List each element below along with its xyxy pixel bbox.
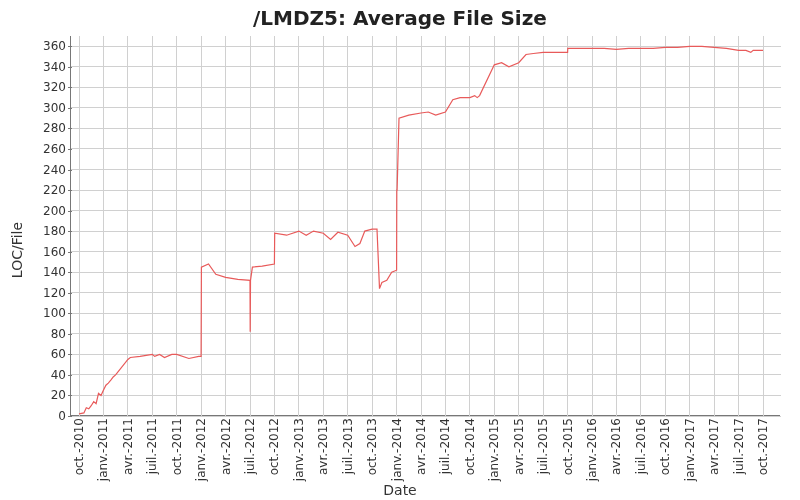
x-tick: juil.-2015 xyxy=(536,418,550,474)
x-tick: juil.-2014 xyxy=(438,418,452,474)
x-tick: janv.-2011 xyxy=(96,418,110,481)
y-tick: 300 xyxy=(26,101,66,115)
y-tick: 280 xyxy=(26,121,66,135)
x-tick: juil.-2012 xyxy=(243,418,257,474)
y-tick: 340 xyxy=(26,60,66,74)
y-axis-label: LOC/File xyxy=(8,0,26,500)
chart-title: /LMDZ5: Average File Size xyxy=(0,6,800,30)
x-tick: avr.-2017 xyxy=(707,418,721,475)
x-tick: avr.-2011 xyxy=(121,418,135,475)
y-tick: 260 xyxy=(26,142,66,156)
x-tick: oct.-2014 xyxy=(463,418,477,475)
x-tick: juil.-2017 xyxy=(732,418,746,474)
x-tick: oct.-2011 xyxy=(170,418,184,475)
y-tick: 60 xyxy=(26,347,66,361)
y-tick: 220 xyxy=(26,183,66,197)
y-tick: 80 xyxy=(26,327,66,341)
x-tick: janv.-2016 xyxy=(585,418,599,481)
y-tick: 0 xyxy=(26,409,66,423)
x-tick: oct.-2016 xyxy=(658,418,672,475)
x-tick: juil.-2013 xyxy=(341,418,355,474)
gridlines xyxy=(71,36,781,416)
x-tick: janv.-2013 xyxy=(292,418,306,481)
x-tick: juil.-2011 xyxy=(145,418,159,474)
y-tick: 100 xyxy=(26,306,66,320)
plot-svg xyxy=(71,36,781,416)
x-tick: oct.-2012 xyxy=(267,418,281,475)
x-tick: janv.-2015 xyxy=(487,418,501,481)
y-tick: 360 xyxy=(26,39,66,53)
y-tick: 240 xyxy=(26,163,66,177)
x-tick: janv.-2017 xyxy=(683,418,697,481)
y-tick: 20 xyxy=(26,388,66,402)
x-tick: avr.-2013 xyxy=(316,418,330,475)
y-tick: 200 xyxy=(26,204,66,218)
y-tick: 140 xyxy=(26,265,66,279)
x-tick: janv.-2014 xyxy=(390,418,404,481)
x-tick: avr.-2012 xyxy=(219,418,233,475)
x-tick: oct.-2013 xyxy=(365,418,379,475)
y-tick: 160 xyxy=(26,245,66,259)
x-tick: avr.-2015 xyxy=(512,418,526,475)
plot-area xyxy=(70,36,780,416)
x-tick: avr.-2014 xyxy=(414,418,428,475)
x-tick: avr.-2016 xyxy=(609,418,623,475)
x-axis-label: Date xyxy=(0,482,800,498)
y-tick: 180 xyxy=(26,224,66,238)
chart-root: /LMDZ5: Average File Size LOC/File Date … xyxy=(0,0,800,500)
x-tick: janv.-2012 xyxy=(194,418,208,481)
x-tick: oct.-2017 xyxy=(756,418,770,475)
x-tick: oct.-2015 xyxy=(561,418,575,475)
x-tick: juil.-2016 xyxy=(634,418,648,474)
y-tick: 40 xyxy=(26,368,66,382)
y-tick: 320 xyxy=(26,80,66,94)
x-tick: oct.-2010 xyxy=(72,418,86,475)
y-tick: 120 xyxy=(26,286,66,300)
